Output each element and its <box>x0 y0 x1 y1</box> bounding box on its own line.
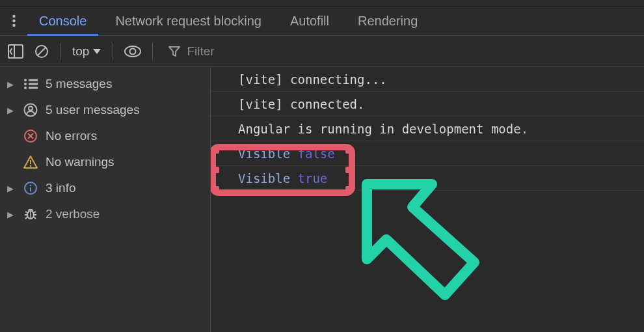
log-text: [vite] connecting... <box>238 72 387 87</box>
svg-rect-15 <box>29 87 38 89</box>
filter-input[interactable] <box>187 44 265 59</box>
annotation-arrow-icon <box>360 178 503 308</box>
svg-marker-9 <box>169 47 180 56</box>
sidebar-item-label: 5 user messages <box>46 103 140 117</box>
console-sidebar: ▶ 5 messages ▶ 5 user messages No errors <box>0 67 211 332</box>
console-log-row[interactable]: [vite] connected. <box>211 92 644 117</box>
tab-rendering[interactable]: Rendering <box>343 7 432 35</box>
error-icon <box>22 129 39 143</box>
log-value: true <box>298 171 328 186</box>
expand-icon: ▶ <box>5 184 16 193</box>
console-log-row[interactable]: [vite] connecting... <box>211 67 644 92</box>
console-main: ▶ 5 messages ▶ 5 user messages No errors <box>0 67 644 332</box>
devtools-tabbar: Console Network request blocking Autofil… <box>0 7 644 36</box>
svg-point-25 <box>30 185 32 187</box>
toggle-sidebar-button[interactable] <box>4 40 27 63</box>
svg-line-31 <box>25 212 28 213</box>
toolbar-separator <box>60 43 60 60</box>
clear-console-button[interactable] <box>30 40 53 63</box>
live-expression-button[interactable] <box>120 40 146 63</box>
svg-rect-4 <box>8 45 14 58</box>
bug-icon <box>22 207 39 221</box>
console-toolbar: top <box>0 36 644 67</box>
console-log-row[interactable]: Visible true <box>211 166 644 191</box>
list-icon <box>22 78 39 90</box>
sidebar-item-messages[interactable]: ▶ 5 messages <box>0 71 210 97</box>
svg-rect-13 <box>29 83 38 85</box>
sidebar-item-errors[interactable]: No errors <box>0 123 210 149</box>
tab-console[interactable]: Console <box>25 7 101 35</box>
svg-point-12 <box>24 83 27 85</box>
svg-point-10 <box>24 79 27 81</box>
kebab-menu-icon[interactable] <box>3 7 25 35</box>
sidebar-item-info[interactable]: ▶ 3 info <box>0 175 210 201</box>
log-text: Angular is running in development mode. <box>238 122 528 136</box>
sidebar-item-label: 3 info <box>46 181 75 195</box>
context-selector[interactable]: top <box>67 40 106 63</box>
console-log-pane[interactable]: [vite] connecting... [vite] connected. A… <box>211 67 644 332</box>
svg-marker-7 <box>93 49 101 54</box>
tab-network-request-blocking[interactable]: Network request blocking <box>101 7 276 35</box>
sidebar-item-user-messages[interactable]: ▶ 5 user messages <box>0 97 210 123</box>
svg-point-23 <box>30 165 32 167</box>
expand-icon: ▶ <box>5 210 16 219</box>
tab-label: Rendering <box>358 14 418 29</box>
user-icon <box>22 103 39 117</box>
info-icon <box>22 181 39 195</box>
svg-line-32 <box>34 212 36 213</box>
svg-point-8 <box>130 48 136 54</box>
tab-autofill[interactable]: Autofill <box>276 7 343 35</box>
log-text: Visible <box>238 146 298 161</box>
svg-point-17 <box>29 107 33 111</box>
sidebar-item-label: No warnings <box>46 155 114 169</box>
svg-point-2 <box>12 24 15 27</box>
tab-label: Console <box>39 14 87 29</box>
svg-point-14 <box>24 87 27 89</box>
svg-line-33 <box>25 217 28 219</box>
svg-rect-11 <box>29 79 38 81</box>
expand-icon: ▶ <box>5 105 16 115</box>
expand-icon: ▶ <box>5 79 16 89</box>
sidebar-item-verbose[interactable]: ▶ 2 verbose <box>0 201 210 227</box>
log-text: Visible <box>238 171 298 186</box>
svg-point-0 <box>12 15 15 18</box>
tab-label: Autofill <box>290 14 329 29</box>
filter-icon <box>168 46 180 57</box>
console-log-row[interactable]: Angular is running in development mode. <box>211 117 644 141</box>
top-strip <box>0 0 644 7</box>
svg-marker-35 <box>367 184 474 295</box>
chevron-down-icon <box>93 48 101 55</box>
console-log-row[interactable]: Visible false <box>211 141 644 166</box>
context-label: top <box>72 44 89 59</box>
log-text: [vite] connected. <box>238 97 364 111</box>
svg-point-1 <box>12 20 15 22</box>
svg-line-34 <box>34 217 36 219</box>
sidebar-item-label: No errors <box>46 129 97 143</box>
sidebar-item-label: 5 messages <box>46 77 112 91</box>
warning-icon <box>22 156 39 169</box>
sidebar-item-warnings[interactable]: No warnings <box>0 149 210 175</box>
toolbar-separator <box>152 43 153 60</box>
svg-line-6 <box>38 47 46 55</box>
filter-field[interactable] <box>159 40 271 63</box>
tab-label: Network request blocking <box>115 14 262 29</box>
sidebar-item-label: 2 verbose <box>46 207 100 221</box>
log-value: false <box>298 146 335 161</box>
toolbar-separator <box>113 43 113 60</box>
